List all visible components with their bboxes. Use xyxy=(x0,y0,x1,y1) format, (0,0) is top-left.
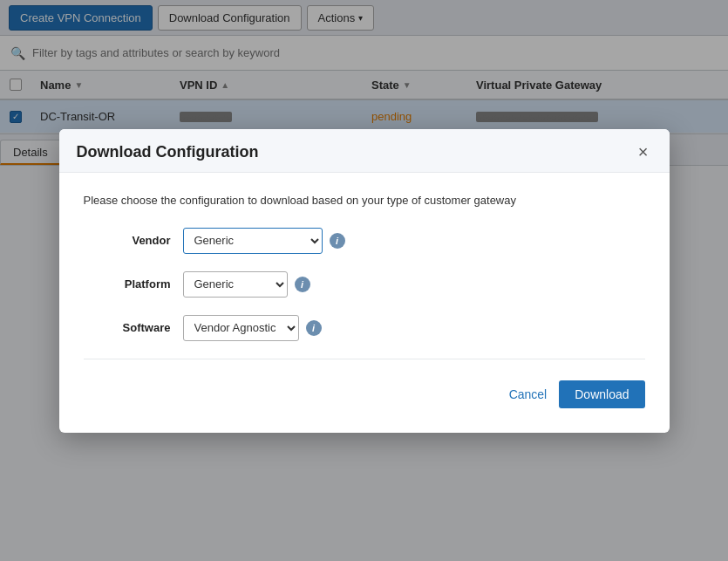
platform-row: Platform Generic i xyxy=(84,271,645,298)
vendor-label: Vendor xyxy=(84,234,171,247)
software-label: Software xyxy=(84,321,171,334)
vendor-row: Vendor Generic Cisco Juniper Check Point… xyxy=(84,228,645,254)
cancel-button[interactable]: Cancel xyxy=(509,387,548,401)
software-row: Software Vendor Agnostic i xyxy=(84,315,645,341)
vendor-select-wrap: Generic Cisco Juniper Check Point Palo A… xyxy=(183,228,345,254)
vendor-select[interactable]: Generic Cisco Juniper Check Point Palo A… xyxy=(183,228,323,254)
modal-divider xyxy=(84,359,645,359)
modal-title: Download Configuration xyxy=(77,143,259,161)
software-info-icon[interactable]: i xyxy=(306,320,322,336)
modal-close-button[interactable]: × xyxy=(635,143,652,161)
platform-info-icon[interactable]: i xyxy=(295,277,310,292)
platform-select-wrap: Generic i xyxy=(183,271,310,298)
modal-body: Please choose the configuration to downl… xyxy=(59,173,670,433)
modal-description: Please choose the configuration to downl… xyxy=(84,194,645,207)
platform-label: Platform xyxy=(84,277,171,291)
download-button[interactable]: Download xyxy=(559,380,644,408)
modal-header: Download Configuration × xyxy=(59,129,670,173)
modal-overlay: Download Configuration × Please choose t… xyxy=(0,0,728,561)
software-select-wrap: Vendor Agnostic i xyxy=(183,315,322,341)
platform-select[interactable]: Generic xyxy=(183,271,288,298)
modal-footer: Cancel Download xyxy=(84,377,645,415)
software-select[interactable]: Vendor Agnostic xyxy=(183,315,299,341)
vendor-info-icon[interactable]: i xyxy=(330,233,345,249)
modal-dialog: Download Configuration × Please choose t… xyxy=(59,129,670,433)
